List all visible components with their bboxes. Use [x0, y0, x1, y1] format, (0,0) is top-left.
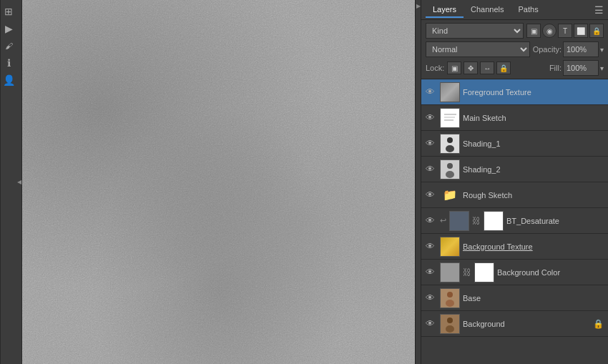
layer-name-label: Main Sketch — [463, 114, 604, 122]
layer-thumbnail — [440, 108, 460, 128]
layer-item[interactable]: 👁Foreground Texture — [421, 79, 608, 105]
type-filter-icon[interactable]: T — [558, 24, 572, 38]
layer-name-label: Shading_2 — [463, 165, 604, 174]
layer-item[interactable]: 👁Background🔒 — [421, 311, 608, 337]
layers-panel-icon[interactable]: ⊞ — [1, 4, 16, 19]
lock-all-icon[interactable]: 🔒 — [496, 62, 511, 74]
blend-opacity-row: Normal Multiply Screen Overlay Opacity: … — [426, 41, 604, 57]
layer-item[interactable]: 👁Shading_2 — [421, 157, 608, 182]
opacity-control: Opacity: ▾ — [533, 41, 604, 57]
layer-name-label: Background — [463, 320, 590, 328]
svg-point-4 — [446, 145, 454, 152]
layer-lock-icon: 🔒 — [593, 319, 604, 329]
layer-visibility-icon[interactable]: 👁 — [426, 241, 437, 252]
layer-name-label: Background Color — [497, 268, 604, 277]
lock-artboard-icon[interactable]: ↔ — [480, 62, 494, 74]
layer-name-label: Rough Sketch — [463, 191, 604, 200]
left-chevron-icon: ◀ — [17, 179, 21, 185]
layer-thumbnail — [440, 159, 460, 179]
tab-channels[interactable]: Channels — [464, 2, 511, 18]
tab-paths[interactable]: Paths — [511, 2, 546, 18]
svg-point-3 — [447, 137, 453, 143]
blend-mode-select[interactable]: Normal Multiply Screen Overlay — [426, 41, 530, 57]
layer-thumbnail — [449, 211, 469, 231]
layers-list: 👁Foreground Texture👁Main Sketch👁Shading_… — [421, 79, 608, 364]
layer-thumbnail — [440, 134, 460, 154]
layer-item[interactable]: 👁↩⛓BT_Desaturate — [421, 208, 608, 234]
right-collapse-strip[interactable]: ▶ — [415, 0, 421, 364]
layer-visibility-icon[interactable]: 👁 — [426, 267, 437, 277]
layer-item[interactable]: 👁Shading_1 — [421, 131, 608, 157]
shape-filter-icon[interactable]: ⬜ — [574, 24, 588, 38]
layer-name-label: Base — [463, 294, 604, 302]
layer-thumbnail — [440, 237, 460, 257]
layer-visibility-icon[interactable]: 👁 — [426, 87, 437, 97]
layer-name-label: Foreground Texture — [463, 88, 604, 97]
layer-chain-icon: ⛓ — [463, 267, 471, 277]
layer-thumbnail: 📁 — [440, 185, 460, 205]
layer-visibility-icon[interactable]: 👁 — [426, 164, 437, 174]
brush-icon[interactable]: 🖌 — [1, 39, 16, 53]
svg-point-8 — [446, 300, 454, 307]
opacity-input[interactable] — [563, 41, 599, 57]
left-toolbar: ⊞ ▶ 🖌 ℹ 👤 — [0, 0, 16, 364]
layer-return-icon: ↩ — [440, 216, 446, 225]
layer-item[interactable]: 👁📁Rough Sketch — [421, 182, 608, 208]
right-chevron-icon: ▶ — [416, 3, 421, 9]
layer-thumbnail — [440, 262, 460, 282]
layer-item[interactable]: 👁Background Texture — [421, 234, 608, 260]
layer-thumbnail — [440, 288, 460, 308]
kind-row: Kind ▣ ◉ T ⬜ 🔒 — [426, 23, 604, 39]
layer-visibility-icon[interactable]: 👁 — [426, 112, 437, 123]
layer-visibility-icon[interactable]: 👁 — [426, 190, 437, 200]
svg-point-5 — [447, 163, 453, 169]
lock-label: Lock: — [426, 64, 444, 72]
layer-visibility-icon[interactable]: 👁 — [426, 318, 437, 329]
layer-chain-icon: ⛓ — [472, 216, 481, 226]
layer-mask-thumbnail — [484, 211, 504, 231]
svg-point-10 — [446, 325, 454, 333]
panels-area: Layers Channels Paths ☰ Kind ▣ ◉ T ⬜ 🔒 N… — [421, 0, 608, 364]
layer-mask-thumbnail — [474, 262, 494, 282]
canvas-area — [22, 0, 415, 364]
play-icon[interactable]: ▶ — [1, 21, 16, 36]
smart-filter-icon[interactable]: 🔒 — [589, 24, 604, 38]
fill-input[interactable] — [563, 60, 599, 76]
left-collapse-strip[interactable]: ◀ — [16, 0, 22, 364]
fill-control: Fill: ▾ — [549, 60, 604, 76]
layer-item[interactable]: 👁⛓Background Color — [421, 260, 608, 285]
layer-visibility-icon[interactable]: 👁 — [426, 138, 437, 149]
kind-select[interactable]: Kind — [426, 23, 524, 39]
layer-name-label: BT_Desaturate — [506, 217, 604, 225]
opacity-arrow-icon: ▾ — [600, 46, 604, 54]
lock-position-icon[interactable]: ✥ — [464, 62, 478, 74]
layer-name-label: Shading_1 — [463, 139, 604, 148]
lock-pixels-icon[interactable]: ▣ — [447, 62, 461, 74]
panel-menu-button[interactable]: ☰ — [594, 4, 604, 16]
panel-tabs: Layers Channels Paths ☰ — [421, 0, 608, 20]
layer-controls: Kind ▣ ◉ T ⬜ 🔒 Normal Multiply Screen Ov… — [421, 20, 608, 79]
info-icon[interactable]: ℹ — [1, 56, 16, 70]
layer-item[interactable]: 👁Base — [421, 285, 608, 311]
pixel-filter-icon[interactable]: ▣ — [526, 24, 541, 38]
canvas-texture — [22, 0, 415, 364]
fill-arrow-icon: ▾ — [600, 64, 604, 72]
layer-visibility-icon[interactable]: 👁 — [426, 292, 437, 303]
svg-point-7 — [447, 292, 453, 297]
lock-fill-row: Lock: ▣ ✥ ↔ 🔒 Fill: ▾ — [426, 60, 604, 76]
tab-layers[interactable]: Layers — [426, 2, 464, 18]
person-icon[interactable]: 👤 — [1, 73, 16, 87]
layer-visibility-icon[interactable]: 👁 — [426, 215, 437, 226]
svg-point-9 — [447, 318, 453, 323]
svg-point-6 — [446, 171, 454, 178]
layer-item[interactable]: 👁Main Sketch — [421, 105, 608, 131]
kind-filter-icons: ▣ ◉ T ⬜ 🔒 — [526, 24, 604, 38]
lock-icons: ▣ ✥ ↔ 🔒 — [447, 62, 511, 74]
layer-thumbnail — [440, 82, 460, 102]
layer-name-label: Background Texture — [463, 242, 604, 251]
fill-label: Fill: — [549, 64, 562, 72]
adjustment-filter-icon[interactable]: ◉ — [542, 24, 556, 38]
opacity-label: Opacity: — [533, 45, 562, 54]
layer-thumbnail — [440, 314, 460, 334]
